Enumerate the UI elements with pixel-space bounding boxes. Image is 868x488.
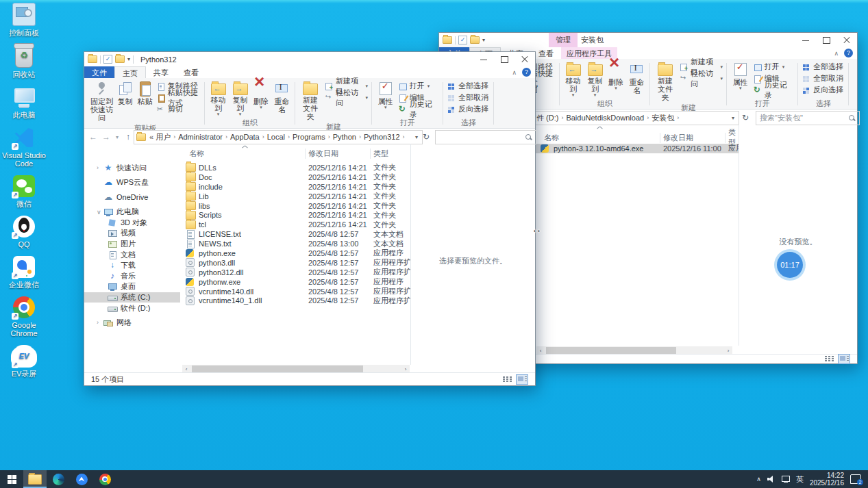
- sidebar-item[interactable]: 下载: [84, 260, 180, 271]
- sidebar-item[interactable]: › 网络: [84, 317, 180, 328]
- manage-contextual-tab[interactable]: 管理: [549, 33, 578, 47]
- maximize-button[interactable]: [494, 52, 514, 66]
- address-dropdown-icon[interactable]: ▾: [413, 134, 420, 140]
- breadcrumb-segment[interactable]: Programs›: [293, 133, 333, 141]
- sidebar-item[interactable]: 音乐: [84, 271, 180, 282]
- desktop-icon[interactable]: 回收站: [1, 44, 47, 79]
- file-row[interactable]: NEWS.txt 2025/4/8 13:00 文本文档: [180, 239, 410, 248]
- cut-button[interactable]: 剪切: [156, 104, 202, 114]
- invert-selection-button[interactable]: 反向选择: [446, 104, 490, 114]
- desktop-icon[interactable]: EV录屏: [1, 345, 47, 378]
- column-header-name[interactable]: 名称: [535, 133, 660, 143]
- select-all-button[interactable]: 全部选择: [801, 62, 845, 72]
- easy-access-button[interactable]: 轻松访问▾: [678, 73, 724, 84]
- desktop-icon[interactable]: Google Chrome: [1, 296, 47, 337]
- qat-newfolder-icon[interactable]: [115, 55, 125, 63]
- address-bar[interactable]: 软件 (D:)› BaiduNetdiskDownload› 安装包› ▾: [513, 111, 739, 125]
- close-button[interactable]: [514, 52, 535, 66]
- desktop-icon[interactable]: 控制面板: [1, 3, 47, 37]
- properties-button[interactable]: 属性▾: [375, 79, 397, 111]
- sidebar-item[interactable]: 3D 对象: [84, 218, 180, 229]
- breadcrumb-segment[interactable]: 安装包›: [652, 113, 682, 123]
- copy-to-button[interactable]: 复制到▾: [584, 60, 606, 99]
- move-to-button[interactable]: 移动到▾: [208, 79, 229, 118]
- scroll-left-icon[interactable]: ‹: [182, 366, 190, 372]
- sidebar-item[interactable]: WPS云盘: [84, 177, 180, 188]
- scroll-left-icon[interactable]: ‹: [536, 348, 545, 354]
- details-view-toggle[interactable]: [501, 374, 513, 385]
- action-center-icon[interactable]: 2: [850, 474, 861, 484]
- new-folder-button[interactable]: 新建文件夹: [653, 60, 678, 103]
- minimize-button[interactable]: [473, 52, 494, 66]
- column-header-date[interactable]: 修改日期: [660, 133, 726, 143]
- collapse-ribbon-icon[interactable]: ∧: [512, 69, 517, 76]
- expand-chevron-icon[interactable]: ›: [97, 319, 103, 326]
- file-row[interactable]: pythonw.exe 2025/4/8 12:57 应用程序: [180, 277, 410, 287]
- refresh-icon[interactable]: ↻: [742, 113, 749, 123]
- sort-indicator-icon[interactable]: [242, 145, 247, 149]
- history-button[interactable]: 历史记录: [397, 104, 441, 114]
- collapse-ribbon-icon[interactable]: ∧: [834, 50, 839, 57]
- open-button[interactable]: 打开▾: [752, 62, 795, 72]
- select-all-button[interactable]: 全部选择: [446, 81, 490, 91]
- qat-folder-icon[interactable]: [88, 55, 97, 63]
- file-row[interactable]: Scripts 2025/12/16 14:21 文件夹: [180, 210, 410, 220]
- tray-expand-icon[interactable]: ∧: [756, 476, 761, 483]
- open-button[interactable]: 打开▾: [397, 81, 441, 91]
- sidebar-item[interactable]: ∨ 此电脑: [84, 207, 180, 218]
- minimize-button[interactable]: [795, 33, 816, 47]
- qat-properties-icon[interactable]: [103, 55, 112, 64]
- file-row[interactable]: vcruntime140.dll 2025/4/8 12:57 应用程序扩展: [180, 287, 410, 296]
- desktop-icon[interactable]: 此电脑: [1, 86, 47, 119]
- up-nav-icon[interactable]: ↑: [123, 132, 133, 142]
- explorer-window-python312[interactable]: ▾ Python312 文件 主页 共享 查看 ∧ 固定到快速访问 复制 粘贴 …: [84, 51, 536, 386]
- search-input[interactable]: 搜索"安装包": [756, 111, 860, 125]
- breadcrumb-segment[interactable]: Python312›: [364, 133, 408, 141]
- qat-caret-icon[interactable]: ▾: [482, 37, 485, 43]
- volume-icon[interactable]: [767, 476, 776, 483]
- qat-properties-icon[interactable]: [458, 36, 467, 44]
- breadcrumb-segment[interactable]: Python›: [333, 133, 364, 141]
- back-nav-icon[interactable]: ←: [88, 132, 98, 142]
- file-row[interactable]: python-3.12.10-amd64.exe 2025/12/16 11:0…: [535, 144, 739, 153]
- taskbar-file-explorer[interactable]: [23, 470, 47, 488]
- help-icon[interactable]: [522, 68, 531, 77]
- expand-chevron-icon[interactable]: ›: [97, 164, 103, 171]
- paste-shortcut-button[interactable]: 粘贴快捷方式: [156, 92, 202, 103]
- forward-nav-icon[interactable]: →: [101, 132, 111, 142]
- start-button[interactable]: [0, 470, 23, 488]
- properties-button[interactable]: 属性▾: [730, 60, 752, 92]
- back-titlebar[interactable]: ▾ 管理 安装包: [439, 33, 857, 47]
- sidebar-item[interactable]: 图片: [84, 239, 180, 250]
- sidebar-item[interactable]: 视频: [84, 228, 180, 239]
- sidebar-item[interactable]: 桌面: [84, 281, 180, 292]
- taskbar-browser[interactable]: [47, 470, 70, 488]
- sidebar-item[interactable]: 文档: [84, 249, 180, 260]
- qat-folder-icon[interactable]: [443, 36, 452, 44]
- maximize-button[interactable]: [816, 33, 836, 47]
- breadcrumb-segment[interactable]: Local›: [267, 133, 293, 141]
- column-header-type[interactable]: 类型: [371, 149, 410, 159]
- sidebar-item[interactable]: › 快速访问: [84, 162, 180, 173]
- tab-file[interactable]: 文件: [84, 66, 114, 78]
- search-input[interactable]: [435, 130, 536, 144]
- large-icons-view-toggle[interactable]: [516, 374, 528, 385]
- sidebar-item[interactable]: 系统 (C:): [84, 292, 180, 303]
- copy-button[interactable]: 复制: [116, 79, 135, 107]
- refresh-icon[interactable]: ↻: [423, 132, 430, 142]
- front-titlebar[interactable]: ▾ Python312: [84, 52, 535, 66]
- invert-selection-button[interactable]: 反向选择: [801, 85, 845, 95]
- tab-share[interactable]: 共享: [146, 66, 176, 78]
- select-none-button[interactable]: 全部取消: [801, 73, 845, 84]
- delete-button[interactable]: 删除▾: [606, 60, 625, 92]
- scroll-right-icon[interactable]: ›: [724, 348, 732, 354]
- taskbar-chrome[interactable]: [93, 470, 116, 488]
- column-header-name[interactable]: 名称: [180, 149, 306, 159]
- details-view-toggle[interactable]: [823, 354, 835, 364]
- scrollbar-thumb[interactable]: [192, 365, 363, 373]
- copy-to-button[interactable]: 复制到▾: [230, 79, 251, 118]
- rename-button[interactable]: 重命名: [271, 79, 293, 115]
- new-folder-button[interactable]: 新建文件夹: [298, 79, 323, 122]
- file-row[interactable]: include 2025/12/16 14:21 文件夹: [180, 182, 410, 192]
- file-row[interactable]: vcruntime140_1.dll 2025/4/8 12:57 应用程序扩展: [180, 296, 410, 305]
